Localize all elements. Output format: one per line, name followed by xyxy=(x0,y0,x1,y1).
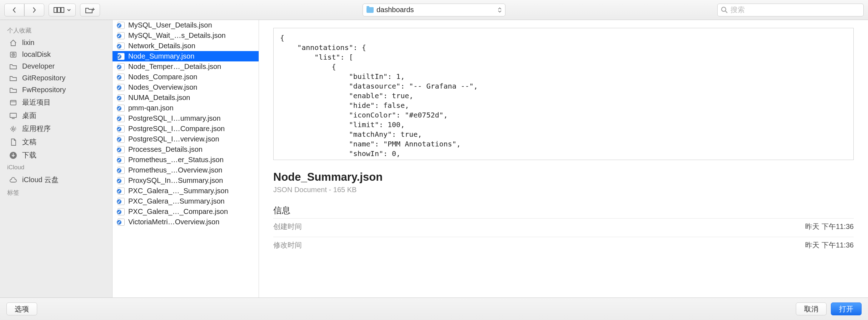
file-name: pmm-qan.json xyxy=(128,104,174,112)
json-file-icon xyxy=(118,74,125,81)
file-name: Node_Temper…_Details.json xyxy=(128,62,221,71)
toolbar: dashboards xyxy=(0,0,868,20)
file-row[interactable]: PostgreSQL_I…verview.json xyxy=(113,134,259,144)
json-file-icon xyxy=(118,136,125,143)
json-file-icon xyxy=(118,94,125,101)
file-name: Prometheus_…Overview.json xyxy=(128,166,222,174)
file-list: MySQL_User_Details.jsonMySQL_Wait_…s_Det… xyxy=(113,20,259,298)
file-name: MySQL_User_Details.json xyxy=(128,21,212,29)
info-value: 昨天 下午11:36 xyxy=(805,240,854,250)
json-file-icon xyxy=(118,32,125,39)
sidebar-section-header: 个人收藏 xyxy=(0,24,112,37)
file-row[interactable]: VictoriaMetri…Overview.json xyxy=(113,217,259,227)
file-row[interactable]: MySQL_User_Details.json xyxy=(113,20,259,30)
sidebar-section-header: iCloud xyxy=(0,162,112,173)
file-row[interactable]: Prometheus_…er_Status.json xyxy=(113,155,259,165)
file-row[interactable]: pmm-qan.json xyxy=(113,103,259,113)
json-file-icon xyxy=(118,167,125,174)
disk-icon xyxy=(9,51,18,59)
file-row[interactable]: Nodes_Overview.json xyxy=(113,82,259,92)
file-row[interactable]: PostgreSQL_I…Compare.json xyxy=(113,124,259,134)
view-buttons xyxy=(49,4,76,16)
forward-button[interactable] xyxy=(24,4,44,16)
sidebar-item-label: 应用程序 xyxy=(22,124,51,134)
sidebar-item-label: lixin xyxy=(22,39,34,47)
sidebar-item[interactable]: 应用程序 xyxy=(0,122,112,135)
sidebar-item[interactable]: 桌面 xyxy=(0,109,112,122)
sidebar-section-header: 标签 xyxy=(0,186,112,199)
file-row[interactable]: PXC_Galera_…_Summary.json xyxy=(113,186,259,196)
new-folder-button[interactable] xyxy=(80,4,100,16)
file-row[interactable]: MySQL_Wait_…s_Details.json xyxy=(113,30,259,41)
file-name: PXC_Galera_…_Summary.json xyxy=(128,187,229,195)
file-row[interactable]: Nodes_Compare.json xyxy=(113,72,259,82)
search-input[interactable] xyxy=(730,6,860,14)
sidebar-item-label: 下载 xyxy=(22,150,36,160)
svg-line-6 xyxy=(725,11,727,13)
search-box[interactable] xyxy=(717,4,864,16)
sidebar-item[interactable]: iCloud 云盘 xyxy=(0,173,112,186)
sidebar-item-label: 文稿 xyxy=(22,137,36,147)
folder-icon xyxy=(9,74,18,82)
view-mode-button[interactable] xyxy=(49,4,76,16)
sidebar-item-label: 桌面 xyxy=(22,111,36,120)
info-row: 修改时间昨天 下午11:36 xyxy=(273,237,854,253)
updown-icon xyxy=(498,8,502,12)
preview-filename: Node_Summary.json xyxy=(273,171,854,184)
folder-icon xyxy=(366,7,374,13)
file-row[interactable]: Processes_Details.json xyxy=(113,144,259,155)
json-file-icon xyxy=(118,198,125,205)
json-file-icon xyxy=(118,115,125,122)
download-icon xyxy=(9,151,18,159)
svg-rect-12 xyxy=(10,113,16,118)
open-button[interactable]: 打开 xyxy=(831,302,862,315)
sidebar-item[interactable]: 文稿 xyxy=(0,135,112,149)
file-name: PXC_Galera_…_Compare.json xyxy=(128,208,228,216)
file-name: Nodes_Overview.json xyxy=(128,83,197,91)
file-name: PostgreSQL_I…ummary.json xyxy=(128,114,221,122)
file-name: PostgreSQL_I…Compare.json xyxy=(128,125,225,133)
file-name: VictoriaMetri…Overview.json xyxy=(128,218,219,226)
recent-icon xyxy=(9,99,18,106)
options-button[interactable]: 选项 xyxy=(6,302,37,315)
svg-point-14 xyxy=(12,128,14,130)
svg-point-5 xyxy=(722,7,726,11)
file-row[interactable]: PostgreSQL_I…ummary.json xyxy=(113,113,259,124)
json-file-icon xyxy=(118,208,125,215)
info-value: 昨天 下午11:36 xyxy=(805,222,854,231)
sidebar-item[interactable]: 最近项目 xyxy=(0,96,112,109)
info-key: 创建时间 xyxy=(273,222,302,231)
sidebar-item[interactable]: 下载 xyxy=(0,149,112,162)
svg-rect-0 xyxy=(54,8,57,12)
sidebar-item[interactable]: localDisk xyxy=(0,49,112,60)
file-row[interactable]: Node_Summary.json xyxy=(113,51,259,61)
folder-icon xyxy=(9,86,18,94)
footer: 选项 取消 打开 xyxy=(0,298,868,320)
file-name: Prometheus_…er_Status.json xyxy=(128,156,224,164)
file-row[interactable]: Network_Details.json xyxy=(113,41,259,51)
json-file-icon xyxy=(118,84,125,91)
file-row[interactable]: Node_Temper…_Details.json xyxy=(113,61,259,72)
sidebar-item[interactable]: GitRepository xyxy=(0,72,112,84)
file-row[interactable]: Prometheus_…Overview.json xyxy=(113,165,259,175)
json-file-icon xyxy=(118,177,125,184)
file-name: Nodes_Compare.json xyxy=(128,73,197,81)
json-file-icon xyxy=(118,22,125,29)
svg-rect-2 xyxy=(61,8,64,12)
file-name: ProxySQL_In…Summary.json xyxy=(128,176,223,185)
home-icon xyxy=(9,39,18,47)
cancel-button[interactable]: 取消 xyxy=(796,302,827,315)
sidebar-item[interactable]: FwRepository xyxy=(0,84,112,96)
file-row[interactable]: NUMA_Details.json xyxy=(113,92,259,103)
file-row[interactable]: PXC_Galera_…_Compare.json xyxy=(113,206,259,217)
file-row[interactable]: ProxySQL_In…Summary.json xyxy=(113,175,259,186)
info-heading: 信息 xyxy=(273,205,854,216)
file-row[interactable]: PXC_Galera_…Summary.json xyxy=(113,196,259,206)
file-name: Node_Summary.json xyxy=(128,52,194,60)
sidebar-item[interactable]: lixin xyxy=(0,37,112,49)
path-selector[interactable]: dashboards xyxy=(363,4,505,16)
sidebar-item-label: Developer xyxy=(22,62,55,70)
sidebar-item[interactable]: Developer xyxy=(0,60,112,72)
back-button[interactable] xyxy=(4,4,24,16)
path-label: dashboards xyxy=(376,6,414,14)
